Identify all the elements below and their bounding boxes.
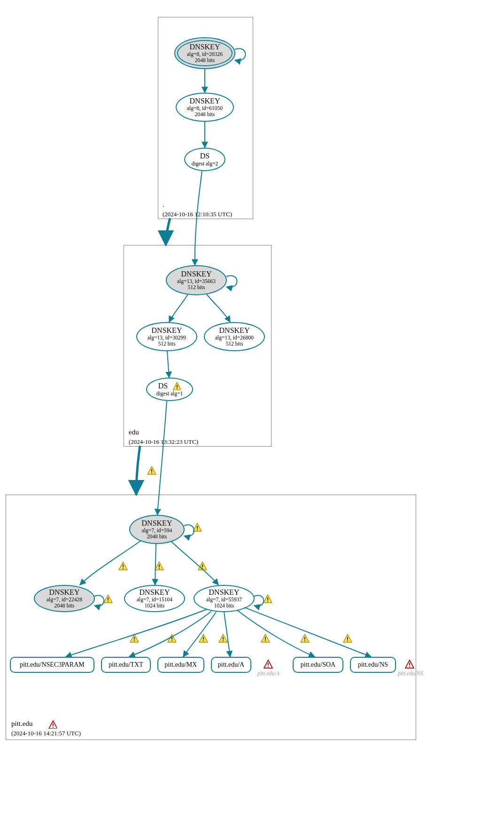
warning-icon xyxy=(261,634,270,643)
zone-timestamp: (2024-10-16 14:21:57 UTC) xyxy=(11,730,81,737)
warning-icon xyxy=(300,634,310,643)
warning-icon xyxy=(218,634,228,643)
node-sub1: alg=13, id=35663 xyxy=(177,278,216,284)
warning-icon xyxy=(155,561,164,571)
rr-ns: pitt.edu/NS xyxy=(350,657,396,673)
node-sub1: alg=7, id=15104 xyxy=(137,597,172,603)
error-icon xyxy=(48,720,57,729)
node-title: DNSKEY xyxy=(142,519,172,528)
node-title: DNSKEY xyxy=(152,326,182,335)
warning-icon xyxy=(167,634,177,643)
node-sub2: 512 bits xyxy=(226,341,243,347)
zone-timestamp: (2024-10-16 12:10:35 UTC) xyxy=(163,211,232,218)
node-sub2: 1024 bits xyxy=(214,603,234,609)
node-sub2: 1024 bits xyxy=(145,603,165,609)
node-sub2: 2048 bits xyxy=(195,57,215,63)
zone-label-root: . (2024-10-16 12:10:35 UTC) xyxy=(163,200,232,219)
zone-label-edu: edu (2024-10-16 13:32:23 UTC) xyxy=(129,428,198,446)
node-sub1: alg=13, id=30299 xyxy=(147,335,186,341)
node-edu-dnskey-ksk: DNSKEY alg=13, id=35663 512 bits xyxy=(166,265,227,295)
node-sub1: digest alg=2 xyxy=(192,161,218,167)
rr-soa: pitt.edu/SOA xyxy=(293,657,343,673)
node-title: DNSKEY xyxy=(219,326,250,335)
warning-icon xyxy=(193,523,202,532)
zone-name: . xyxy=(163,201,164,208)
error-icon xyxy=(264,660,273,669)
node-pitt-dnskey-a: DNSKEY alg=7, id=22428 2048 bits xyxy=(34,585,95,612)
zone-timestamp: (2024-10-16 13:32:23 UTC) xyxy=(129,438,198,445)
warning-icon xyxy=(103,594,113,604)
warning-icon xyxy=(263,594,272,604)
node-root-ds: DS digest alg=2 xyxy=(184,148,225,171)
warning-icon xyxy=(199,634,208,643)
rr-nsec3param: pitt.edu/NSEC3PARAM xyxy=(10,657,94,673)
node-root-dnskey-ksk: DNSKEY alg=8, id=20326 2048 bits xyxy=(174,37,235,69)
node-edu-ds: DS digest alg=1 xyxy=(146,378,193,401)
node-pitt-dnskey-ksk: DNSKEY alg=7, id=594 2048 bits xyxy=(129,515,185,544)
warning-icon xyxy=(118,561,128,571)
node-title: DS xyxy=(158,382,168,390)
node-title: DNSKEY xyxy=(190,43,220,51)
node-title: DNSKEY xyxy=(209,588,240,597)
node-sub2: 512 bits xyxy=(188,284,205,291)
node-sub1: alg=8, id=61050 xyxy=(187,105,223,111)
zone-box-pitt xyxy=(6,495,416,740)
node-edu-dnskey-a: DNSKEY alg=13, id=30299 512 bits xyxy=(136,322,197,351)
ghost-rr-ns: pitt.edu/NS xyxy=(398,670,423,677)
node-title: DNSKEY xyxy=(49,588,80,597)
node-sub1: alg=13, id=26800 xyxy=(215,335,254,341)
node-pitt-dnskey-c: DNSKEY alg=7, id=55937 1024 bits xyxy=(194,585,255,612)
warning-icon xyxy=(343,634,352,643)
node-title: DS xyxy=(200,152,209,160)
node-sub1: alg=7, id=594 xyxy=(142,528,172,534)
zone-label-pitt: pitt.edu (2024-10-16 14:21:57 UTC) xyxy=(11,719,81,738)
rr-txt: pitt.edu/TXT xyxy=(101,657,151,673)
node-sub1: alg=8, id=20326 xyxy=(187,51,223,57)
error-icon xyxy=(405,660,414,669)
zone-name: pitt.edu xyxy=(11,720,32,727)
warning-icon xyxy=(147,466,156,475)
rr-a: pitt.edu/A xyxy=(211,657,251,673)
node-sub1: alg=7, id=22428 xyxy=(47,597,82,603)
node-sub2: 2048 bits xyxy=(147,534,167,540)
node-edu-dnskey-b: DNSKEY alg=13, id=26800 512 bits xyxy=(204,322,265,351)
ghost-rr-a: pitt.edu/A xyxy=(257,670,279,677)
warning-icon xyxy=(172,382,181,390)
node-sub2: 512 bits xyxy=(158,341,176,347)
zone-name: edu xyxy=(129,428,139,436)
node-sub1: alg=7, id=55937 xyxy=(206,597,242,603)
warning-icon xyxy=(198,561,207,571)
node-root-dnskey-zsk: DNSKEY alg=8, id=61050 2048 bits xyxy=(176,93,234,122)
warning-icon xyxy=(130,634,139,643)
node-sub2: 2048 bits xyxy=(195,111,215,118)
node-title: DNSKEY xyxy=(181,270,212,278)
node-pitt-dnskey-b: DNSKEY alg=7, id=15104 1024 bits xyxy=(124,585,185,612)
rr-mx: pitt.edu/MX xyxy=(157,657,204,673)
node-title: DNSKEY xyxy=(140,588,170,597)
node-title: DNSKEY xyxy=(190,97,220,105)
node-sub2: 2048 bits xyxy=(54,603,75,609)
node-sub1: digest alg=1 xyxy=(156,391,183,397)
